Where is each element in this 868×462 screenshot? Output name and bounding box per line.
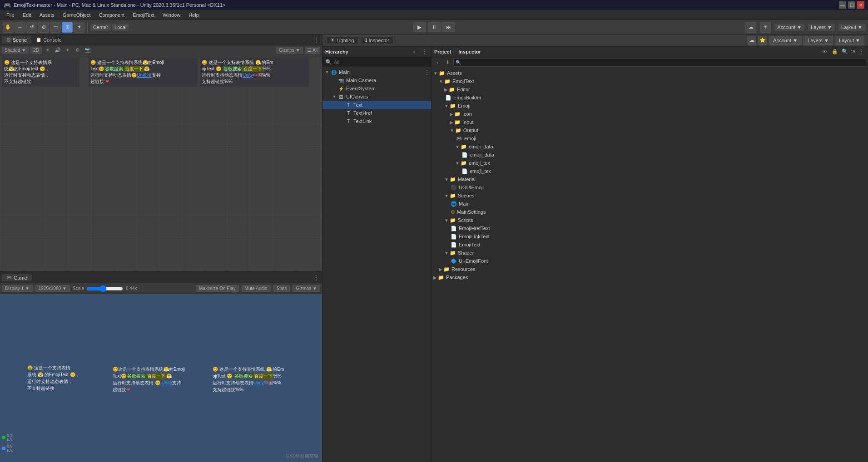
asset-emoji-file[interactable]: 🎮 emoji <box>432 134 868 143</box>
collab-button[interactable]: ☁ <box>745 22 756 33</box>
asset-packages-folder[interactable]: ▶ 📁 Packages <box>432 273 868 281</box>
hand-tool[interactable]: ✋ <box>3 22 14 33</box>
lighting-btn[interactable]: ☀ Lighting <box>326 36 358 44</box>
game-panel-menu[interactable]: ⋮ <box>312 274 320 282</box>
asset-material-folder[interactable]: ▼ 📁 Material <box>432 175 868 183</box>
menu-gameobject[interactable]: GameObject <box>59 11 94 19</box>
play-button[interactable]: ▶ <box>413 22 426 32</box>
scene-panel-menu[interactable]: ⋮ <box>312 36 320 44</box>
rect-tool[interactable]: ▭ <box>50 22 61 33</box>
asset-emojihreftext[interactable]: 📄 EmojiHrefText <box>432 224 868 232</box>
menu-emojitext[interactable]: EmojiText <box>129 11 158 19</box>
gizmos-game-btn[interactable]: Gizmos ▼ <box>293 285 320 292</box>
asset-shader-folder[interactable]: ▼ 📁 Shader <box>432 249 868 257</box>
account-top-btn[interactable]: Account ▼ <box>769 36 802 45</box>
main-tree-menu[interactable]: ⋮ <box>423 68 431 76</box>
stats-btn[interactable]: Stats <box>273 285 290 292</box>
asset-mainsettings[interactable]: ⚙ MainSettings <box>432 208 868 216</box>
asset-editor-folder[interactable]: ▶ 📁 Editor <box>432 85 868 93</box>
asset-emoji-folder[interactable]: ▼ 📁 Emoji <box>432 102 868 110</box>
resolution-dropdown[interactable]: 1920x1080 ▼ <box>35 285 70 292</box>
layout-top-btn[interactable]: Layout ▼ <box>835 36 864 45</box>
step-button[interactable]: ⏭ <box>442 22 455 32</box>
rotate-tool[interactable]: ↺ <box>26 22 37 33</box>
project-search-input[interactable] <box>461 60 864 65</box>
hierarchy-add-btn[interactable]: + <box>410 48 418 56</box>
menu-file[interactable]: File <box>3 11 18 19</box>
scale-tool[interactable]: ⊕ <box>38 22 49 33</box>
asset-emojitext-script[interactable]: 📄 EmojiText <box>432 241 868 249</box>
asset-main-scene[interactable]: 🌐 Main <box>432 200 868 208</box>
asset-emoji-data-folder[interactable]: ▼ 📁 emoji_data <box>432 143 868 151</box>
asset-emoji-data-file[interactable]: 📄 emoji_data <box>432 151 868 159</box>
services-button[interactable]: ☀ <box>760 22 771 33</box>
layers-top-btn[interactable]: Layers ▼ <box>804 36 833 45</box>
hierarchy-search-input[interactable] <box>334 59 428 65</box>
2d-toggle[interactable]: 2D <box>30 47 42 54</box>
asset-uguiemoji[interactable]: ⚫ UGUIEmoji <box>432 183 868 192</box>
services-star-btn[interactable]: ⭐ <box>758 36 767 45</box>
maximize-on-play-btn[interactable]: Maximize On Play <box>196 285 239 292</box>
tree-item-main[interactable]: ▼ 🌐 Main ⋮ <box>322 68 431 76</box>
move-tool[interactable]: ↔ <box>15 22 25 33</box>
tab-game[interactable]: 🎮 Game <box>2 274 32 281</box>
lighting-toggle[interactable]: ☀ <box>44 46 52 54</box>
maximize-button[interactable]: ☐ <box>848 1 855 9</box>
draw-mode-dropdown[interactable]: Shaded ▼ <box>2 47 29 54</box>
custom-tool[interactable]: ✦ <box>74 22 84 33</box>
asset-input-folder[interactable]: ▶ 📁 Input <box>432 118 868 126</box>
menu-edit[interactable]: Edit <box>19 11 35 19</box>
hierarchy-menu-btn[interactable]: ⋮ <box>420 48 428 56</box>
audio-toggle[interactable]: 🔊 <box>54 46 62 54</box>
scale-slider[interactable] <box>87 285 123 292</box>
project-menu-btn[interactable]: ⋮ <box>857 48 865 56</box>
mute-audio-btn[interactable]: Mute Audio <box>242 285 271 292</box>
project-import-btn[interactable]: ⬇ <box>443 59 451 67</box>
menu-component[interactable]: Component <box>95 11 128 19</box>
asset-icon-folder[interactable]: ▶ 📁 Icon <box>432 110 868 118</box>
transform-tool[interactable]: ⊞ <box>62 22 73 33</box>
gizmos-dropdown[interactable]: Gizmos ▼ <box>276 47 303 54</box>
asset-scenes-folder[interactable]: ▼ 📁 Scenes <box>432 192 868 200</box>
layers-dropdown[interactable]: Layers ▼ <box>808 24 835 31</box>
asset-output-folder[interactable]: ▼ 📁 Output <box>432 126 868 134</box>
asset-emoji-tex-folder[interactable]: ▼ 📁 emoji_tex <box>432 159 868 167</box>
account-dropdown[interactable]: Account ▼ <box>774 24 804 31</box>
inspector-btn[interactable]: ℹ Inspector <box>361 36 393 44</box>
asset-emoji-tex-file[interactable]: 📄 emoji_tex <box>432 167 868 175</box>
asset-emojitext-folder[interactable]: ▼ 📁 EmojiText <box>432 77 868 85</box>
asset-ui-emojifont[interactable]: 🔷 UI-EmojiFont <box>432 257 868 265</box>
menu-assets[interactable]: Assets <box>36 11 58 19</box>
tree-item-texthref[interactable]: T TextHref <box>322 109 431 117</box>
pause-button[interactable]: ⏸ <box>428 22 441 32</box>
tree-item-camera[interactable]: 📷 Main Camera <box>322 76 431 84</box>
fx-toggle[interactable]: ✦ <box>64 46 72 54</box>
tree-item-textlink[interactable]: T TextLink <box>322 117 431 125</box>
tree-item-uicanvas[interactable]: ▼ 🖼 UICanvas <box>322 93 431 101</box>
camera-settings[interactable]: 📷 <box>84 46 92 54</box>
asset-root-assets[interactable]: ▼ 📁 Assets <box>432 69 868 77</box>
minimize-button[interactable]: — <box>839 1 846 9</box>
asset-resources-folder[interactable]: ▶ 📁 Resources <box>432 265 868 273</box>
display-dropdown[interactable]: Display 1 ▼ <box>2 285 33 292</box>
asset-emojibuilder[interactable]: 📄 EmojiBuilder <box>432 93 868 102</box>
all-filter[interactable]: ☰ All <box>305 47 320 54</box>
asset-emojilinktext[interactable]: 📄 EmojiLinkText <box>432 232 868 241</box>
project-search-btn[interactable]: 🔍 <box>841 48 849 56</box>
tab-console[interactable]: 📋 Console <box>31 36 66 44</box>
scene-view-settings[interactable]: ⚙ <box>74 46 82 54</box>
tree-item-text[interactable]: T Text <box>322 101 431 109</box>
asset-scripts-folder[interactable]: ▼ 📁 Scripts <box>432 216 868 224</box>
tree-item-eventsystem[interactable]: ⚡ EventSystem <box>322 84 431 93</box>
menu-help[interactable]: Help <box>185 11 203 19</box>
menu-window[interactable]: Window <box>159 11 184 19</box>
layout-dropdown[interactable]: Layout ▼ <box>838 24 865 31</box>
project-eye-btn[interactable]: 👁 <box>821 48 829 56</box>
center-label[interactable]: Center <box>90 24 111 31</box>
tab-scene[interactable]: 🖼 Scene <box>2 36 31 44</box>
project-add-btn[interactable]: + <box>433 59 441 67</box>
close-button[interactable]: ✕ <box>857 1 864 9</box>
project-lock-btn[interactable]: 🔒 <box>831 48 839 56</box>
local-label[interactable]: Local <box>112 24 129 31</box>
services-cloud-btn[interactable]: ☁ <box>747 36 756 45</box>
